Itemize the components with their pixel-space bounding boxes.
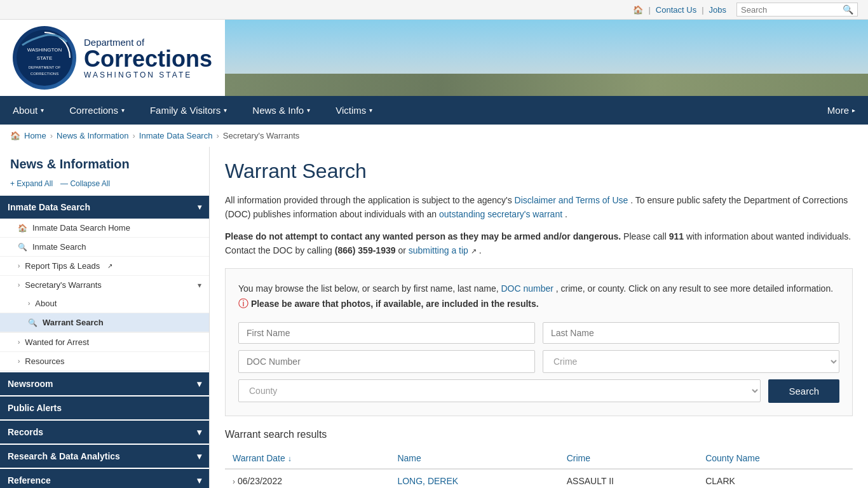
svg-text:CORRECTIONS: CORRECTIONS [31,72,58,76]
row-date: 06/23/2022 [238,476,282,486]
sidebar-item-wanted[interactable]: › Wanted for Arrest [0,333,209,351]
sidebar-inmate-items: 🏠 Inmate Data Search Home 🔍 Inmate Searc… [0,219,209,371]
warning-paragraph: Please do not attempt to contact any wan… [225,229,853,258]
logo-text: Department of Corrections WASHINGTON STA… [84,37,212,79]
main-nav: About ▾ Corrections ▾ Family & Visitors … [0,96,868,125]
form-row-county-search: County Search [238,379,839,403]
sidebar-item-inmate-search[interactable]: 🔍 Inmate Search [0,238,209,257]
nav-news-arrow: ▾ [307,107,310,114]
collapse-all-link[interactable]: — Collapse All [60,179,110,188]
sidebar-section-inmate-label: Inmate Data Search [8,202,90,212]
submit-tip-link[interactable]: submitting a tip [409,245,468,255]
search-sidebar-icon: 🔍 [18,243,27,252]
doc-number-link[interactable]: DOC number [501,283,553,294]
sidebar-newsroom-label: Newsroom [8,379,53,389]
utility-search-button[interactable]: 🔍 [843,4,853,15]
page-title: Warrant Search [225,159,853,183]
nav-corrections[interactable]: Corrections ▾ [57,96,137,125]
home-icon[interactable]: 🏠 [633,5,643,15]
tips-expand-icon: › [18,262,20,269]
first-name-input[interactable] [238,322,535,344]
warrant-search-icon: 🔍 [28,318,37,327]
nav-news-info[interactable]: News & Info ▾ [240,96,323,125]
sidebar-records-label: Records [8,427,43,437]
nav-about[interactable]: About ▾ [0,96,57,125]
table-row[interactable]: › 06/23/2022 LONG, DEREK ASSAULT II CLAR… [225,469,853,488]
sidebar-group-wanted: › Wanted for Arrest [0,333,209,352]
photo-warning: Please be aware that photos, if availabl… [251,299,539,309]
col-name-label: Name [397,453,421,463]
utility-bar: 🏠 | Contact Us | Jobs 🔍 [0,0,868,20]
logo-svg: WASHINGTON STATE DEPARTMENT OF CORRECTIO… [16,29,73,86]
banner-landscape [225,20,868,96]
sidebar-item-warrants-label: Secretary's Warrants [25,280,101,290]
breadcrumb-current: Secretary's Warrants [223,131,299,140]
search-instruction: You may browse the list below, or search… [238,281,839,312]
col-warrant-date-label: Warrant Date [233,453,285,463]
doc-number-input[interactable] [238,350,535,373]
breadcrumb: 🏠 Home › News & Information › Inmate Dat… [0,125,868,147]
col-county[interactable]: County Name [698,448,853,469]
warning-phone2: (866) 359-1939 [335,245,396,255]
sidebar-public-alerts-label: Public Alerts [8,403,62,413]
sidebar-section-records[interactable]: Records ▾ [0,421,209,444]
sidebar-item-warrant-search[interactable]: 🔍 Warrant Search [0,313,209,332]
svg-text:DEPARTMENT OF: DEPARTMENT OF [29,65,61,69]
row-expand-date: › 06/23/2022 [225,469,390,488]
resources-expand-icon: › [18,358,20,365]
header-logo: WASHINGTON STATE DEPARTMENT OF CORRECTIO… [0,20,225,96]
utility-search-box: 🔍 [736,3,858,17]
sidebar-section-inmate[interactable]: Inmate Data Search ▾ [0,196,209,219]
research-chevron: ▾ [197,451,201,461]
breadcrumb-home[interactable]: Home [24,131,46,140]
breadcrumb-news[interactable]: News & Information [57,131,128,140]
col-crime[interactable]: Crime [559,448,698,469]
sidebar-item-about[interactable]: › About [0,294,209,313]
sidebar-section-research[interactable]: Research & Data Analytics ▾ [0,445,209,468]
nav-family-arrow: ▾ [224,107,227,114]
warning-bold: Please do not attempt to contact any wan… [225,231,621,241]
sidebar-section-reference[interactable]: Reference ▾ [0,469,209,488]
logo-corrections: Corrections [84,48,212,71]
bc-sep3: › [216,131,219,140]
col-name[interactable]: Name [390,448,559,469]
reference-chevron: ▾ [197,475,201,485]
sidebar-item-tips[interactable]: › Report Tips & Leads ↗ [0,257,209,275]
expand-all-link[interactable]: + Expand All [10,179,53,188]
warning-text-4: . [479,245,482,255]
row-name-cell: LONG, DEREK [390,469,559,488]
col-crime-label: Crime [567,453,590,463]
utility-search-input[interactable] [741,5,843,15]
search-button[interactable]: Search [768,379,839,403]
warrant-link[interactable]: outstanding secretary's warrant [439,209,562,219]
nav-family-visitors[interactable]: Family & Visitors ▾ [137,96,240,125]
sidebar-section-newsroom[interactable]: Newsroom ▾ [0,372,209,395]
sidebar-item-warrants[interactable]: › Secretary's Warrants ▾ [0,276,209,294]
separator: | [648,5,650,15]
sidebar-item-resources[interactable]: › Resources [0,352,209,370]
disclaimer-link[interactable]: Disclaimer and Terms of Use [515,195,628,205]
col-warrant-date[interactable]: Warrant Date ↓ [225,448,390,469]
crime-select[interactable]: Crime [543,350,839,373]
row-expand-icon[interactable]: › [233,477,235,486]
intro-text-3: . [565,209,567,219]
warning-text-3: or [398,245,408,255]
sidebar-item-inmate-home-label: Inmate Data Search Home [32,223,130,233]
last-name-input[interactable] [543,322,839,344]
contact-us-link[interactable]: Contact Us [656,5,696,15]
logo-circle: WASHINGTON STATE DEPARTMENT OF CORRECTIO… [13,26,76,90]
tips-external-icon: ↗ [107,262,112,269]
row-name-link[interactable]: LONG, DEREK [397,476,458,486]
nav-more[interactable]: More ▸ [815,96,868,125]
jobs-link[interactable]: Jobs [709,5,726,15]
county-select[interactable]: County [238,379,761,402]
sidebar-section-public-alerts[interactable]: Public Alerts [0,396,209,419]
nav-victims[interactable]: Victims ▾ [323,96,385,125]
results-section: Warrant search results Warrant Date ↓ Na… [225,429,853,488]
sidebar-item-inmate-home[interactable]: 🏠 Inmate Data Search Home [0,219,209,238]
breadcrumb-inmate[interactable]: Inmate Data Search [139,131,213,140]
nav-victims-arrow: ▾ [369,107,372,114]
row-crime: ASSAULT II [559,469,698,488]
warrants-expand-icon: › [18,281,20,288]
header-banner: WASHINGTON STATE DEPARTMENT OF CORRECTIO… [0,20,868,96]
